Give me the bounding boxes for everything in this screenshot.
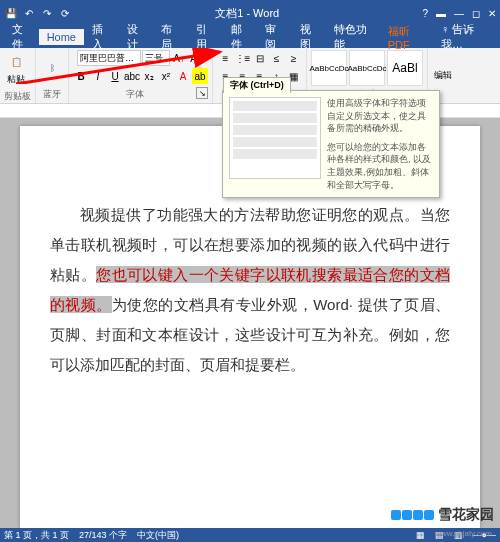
bluetooth-icon: ᛒ <box>42 58 62 78</box>
tab-home[interactable]: Home <box>39 29 84 45</box>
watermark-text: 雪花家园 <box>438 506 494 524</box>
quick-access-toolbar: 💾 ↶ ↷ ⟳ <box>4 6 72 20</box>
paragraph[interactable]: 视频提供了功能强大的方法帮助您证明您的观点。当您单击联机视频时，可以在想要添加的… <box>50 200 450 380</box>
watermark: 雪花家园 <box>391 506 494 524</box>
ribbon-toggle-icon[interactable]: ▬ <box>436 8 446 19</box>
tooltip-line2: 您可以给您的文本添加各种各样的样式和颜色, 以及主题效果,例如加粗、斜体和全部大… <box>327 141 433 191</box>
group-label: 剪贴板 <box>4 90 31 103</box>
style-heading1[interactable]: AaBl <box>387 50 423 86</box>
bullets-icon[interactable]: ≡ <box>218 50 234 66</box>
group-label: 字体 <box>73 88 196 101</box>
save-icon[interactable]: 💾 <box>4 6 18 20</box>
style-nospace[interactable]: AaBbCcDc <box>349 50 385 86</box>
strike-button[interactable]: abc <box>124 68 140 84</box>
highlight-button[interactable]: ab <box>192 68 208 84</box>
group-bluetooth: ᛒ 蓝牙 <box>36 48 69 103</box>
ribbon-tabs: 文件 Home 插入 设计 布局 引用 邮件 审阅 视图 特色功能 福昕PDF … <box>0 26 500 48</box>
window-controls: ? ▬ — ◻ ✕ <box>422 8 496 19</box>
paste-label: 粘贴 <box>7 73 25 86</box>
shrink-font-icon[interactable]: A↓ <box>188 50 204 66</box>
indent-dec-icon[interactable]: ≤ <box>269 50 285 66</box>
status-bar: 第 1 页，共 1 页 27/143 个字 中文(中国) ▦ ▤ ▥ —●— <box>0 528 500 542</box>
document-title: 文档1 - Word <box>72 6 422 21</box>
minimize-icon[interactable]: — <box>454 8 464 19</box>
status-words[interactable]: 27/143 个字 <box>79 529 127 542</box>
paste-icon: 📋 <box>6 52 26 72</box>
tooltip-title: 字体 (Ctrl+D) <box>223 77 291 93</box>
font-dialog-launcher[interactable]: ↘ <box>196 87 208 99</box>
redo-icon[interactable]: ↷ <box>40 6 54 20</box>
watermark-logo-icon <box>391 510 434 520</box>
refresh-icon[interactable]: ⟳ <box>58 6 72 20</box>
tooltip-line1: 使用高级字体和字符选项自定义所选文本，使之具备所需的精确外观。 <box>327 97 433 135</box>
font-dialog-tooltip: 字体 (Ctrl+D) 使用高级字体和字符选项自定义所选文本，使之具备所需的精确… <box>222 90 440 198</box>
maximize-icon[interactable]: ◻ <box>472 8 480 19</box>
group-label: 蓝牙 <box>40 88 64 101</box>
tooltip-preview-image <box>229 97 321 179</box>
group-clipboard: 📋 粘贴 剪贴板 <box>0 48 36 103</box>
help-icon[interactable]: ? <box>422 8 428 19</box>
view-read-icon[interactable]: ▦ <box>416 530 425 540</box>
font-color-button[interactable]: A <box>175 68 191 84</box>
edit-button[interactable]: 编辑 <box>432 67 454 84</box>
sub-button[interactable]: x₂ <box>141 68 157 84</box>
status-page[interactable]: 第 1 页，共 1 页 <box>4 529 69 542</box>
font-name-select[interactable] <box>77 50 141 66</box>
bold-button[interactable]: B <box>73 68 89 84</box>
tooltip-text: 使用高级字体和字符选项自定义所选文本，使之具备所需的精确外观。 您可以给您的文本… <box>327 97 433 191</box>
watermark-url: www.xhjaty.com <box>435 529 492 538</box>
grow-font-icon[interactable]: A↑ <box>171 50 187 66</box>
sup-button[interactable]: x² <box>158 68 174 84</box>
font-size-select[interactable] <box>142 50 170 66</box>
group-font: A↑ A↓ B I U abc x₂ x² A ab 字体 ↘ <box>69 48 213 103</box>
status-lang[interactable]: 中文(中国) <box>137 529 179 542</box>
close-icon[interactable]: ✕ <box>488 8 496 19</box>
underline-button[interactable]: U <box>107 68 123 84</box>
style-normal[interactable]: AaBbCcDc <box>311 50 347 86</box>
paste-button[interactable]: 📋 粘贴 <box>4 50 28 88</box>
multilevel-icon[interactable]: ⊟ <box>252 50 268 66</box>
numbering-icon[interactable]: ⋮≡ <box>235 50 251 66</box>
indent-inc-icon[interactable]: ≥ <box>286 50 302 66</box>
italic-button[interactable]: I <box>90 68 106 84</box>
bluetooth-button[interactable]: ᛒ <box>40 56 64 80</box>
undo-icon[interactable]: ↶ <box>22 6 36 20</box>
